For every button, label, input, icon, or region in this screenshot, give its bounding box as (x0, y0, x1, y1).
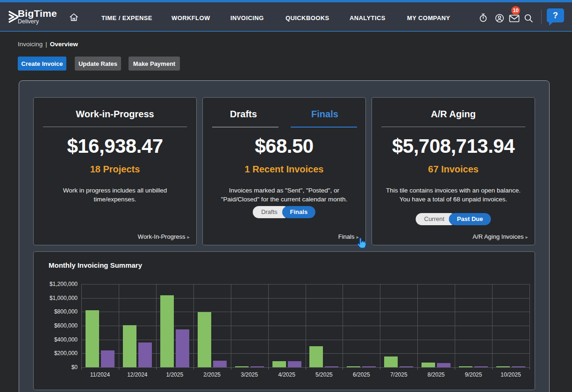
notification-badge: 10 (511, 6, 520, 15)
x-axis-label: 3/2025 (231, 371, 268, 378)
make-payment-button[interactable]: Make Payment (129, 57, 180, 71)
gridline (306, 284, 306, 367)
update-rates-button[interactable]: Update Rates (75, 57, 121, 71)
ar-aging-description: This tile contains invoices with an open… (380, 186, 526, 204)
bar-payments-purple-11/2024 (101, 350, 114, 367)
ar-aging-invoice-count: 67 Invoices (372, 164, 535, 175)
nav-item-quickbooks[interactable]: QUICKBOOKS (286, 14, 329, 21)
gridline (119, 284, 119, 367)
toggle-finals[interactable]: Finals (282, 206, 316, 218)
bar-invoiced-green-10/2025 (496, 366, 510, 367)
x-axis-tick (119, 367, 119, 370)
bar-invoiced-green-3/2025 (235, 366, 249, 367)
y-axis-label: $1,200,000 (36, 281, 78, 287)
nav-item-invoicing[interactable]: INVOICING (230, 14, 264, 21)
tab-drafts[interactable]: Drafts (203, 109, 284, 120)
x-axis-label: 1/2025 (156, 371, 193, 378)
x-axis-label: 12/2024 (119, 371, 156, 378)
drafts-finals-toggle: Drafts Finals (253, 206, 315, 218)
user-icon[interactable] (494, 13, 505, 25)
x-axis-label: 7/2025 (380, 371, 417, 378)
nav-divider (541, 10, 542, 24)
x-axis-tick (268, 367, 269, 370)
timer-icon[interactable] (478, 13, 488, 25)
nav-item-workflow[interactable]: WORKFLOW (172, 14, 210, 21)
bar-invoiced-green-9/2025 (459, 366, 472, 367)
x-axis-label: 9/2025 (455, 371, 492, 378)
chevron-right-icon: ▸ (525, 234, 528, 240)
gridline (492, 284, 493, 367)
gridline (455, 284, 455, 367)
current-pastdue-toggle: Current Past Due (416, 213, 491, 225)
y-axis-label: $0 (36, 364, 78, 371)
gridline (529, 284, 530, 367)
bar-payments-purple-6/2025 (362, 366, 376, 367)
wip-amount: $16,938.47 (34, 135, 196, 157)
x-axis-tick (417, 367, 418, 370)
finals-description: Invoices marked as "Sent", "Posted", or … (211, 186, 357, 204)
bar-payments-purple-5/2025 (325, 366, 338, 367)
x-axis-tick (306, 367, 306, 370)
help-button[interactable]: ? (547, 8, 564, 22)
tab-underline-finals (291, 127, 357, 128)
bar-payments-purple-8/2025 (437, 363, 450, 367)
breadcrumb-current: Overview (50, 41, 78, 48)
x-axis-tick (492, 367, 493, 370)
x-axis-tick (380, 367, 380, 370)
breadcrumb-section[interactable]: Invoicing (18, 41, 43, 48)
ar-aging-amount: $5,708,713.94 (372, 135, 535, 157)
gridline (417, 284, 418, 367)
wip-link[interactable]: Work-In-Progress▸ (138, 233, 190, 240)
x-axis-tick (231, 367, 231, 370)
x-axis-tick (343, 367, 343, 370)
bar-payments-purple-4/2025 (288, 361, 301, 367)
brand-subtitle: Delivery (18, 19, 57, 25)
brand-name: BigTime (18, 8, 57, 19)
search-icon[interactable] (523, 13, 534, 25)
x-axis-tick (81, 367, 82, 370)
bar-invoiced-green-7/2025 (384, 356, 398, 367)
gridline (81, 284, 82, 367)
ar-aging-link[interactable]: A/R Aging Invoices▸ (472, 233, 528, 240)
home-icon[interactable] (69, 12, 79, 24)
dashboard-panel: Work-in-Progress $16,938.47 18 Projects … (19, 80, 550, 392)
x-axis-tick (156, 367, 157, 370)
x-axis-label: 5/2025 (306, 371, 343, 378)
x-axis-label: 10/2025 (492, 371, 529, 378)
y-axis-label: $200,000 (36, 350, 78, 356)
finals-invoice-count: 1 Recent Invoices (203, 164, 365, 175)
x-axis-label: 2/2025 (193, 371, 231, 378)
breadcrumb-separator: | (45, 41, 47, 48)
bar-payments-purple-7/2025 (400, 366, 413, 367)
bar-payments-purple-2/2025 (213, 361, 227, 367)
brand-text: BigTime Delivery (18, 8, 57, 25)
x-axis-label: 11/2024 (81, 371, 119, 378)
chart-title: Monthly Invoicing Summary (49, 261, 142, 269)
mail-icon[interactable] (509, 14, 520, 25)
nav-item-my-company[interactable]: MY COMPANY (407, 14, 450, 21)
breadcrumb: Invoicing|Overview (18, 41, 78, 48)
nav-item-analytics[interactable]: ANALYTICS (350, 14, 386, 21)
y-axis-label: $800,000 (36, 308, 78, 315)
bar-payments-purple-12/2024 (138, 342, 152, 367)
tile-divider (381, 127, 525, 127)
gridline (268, 284, 269, 367)
toggle-past-due[interactable]: Past Due (449, 213, 491, 225)
bar-invoiced-green-2/2025 (198, 312, 211, 367)
nav-item-time-expense[interactable]: TIME / EXPENSE (101, 14, 152, 21)
tab-underline-drafts (212, 127, 279, 128)
finals-amount: $68.50 (203, 135, 365, 157)
tab-finals[interactable]: Finals (284, 109, 365, 120)
gridline (193, 284, 194, 367)
tile-drafts-finals: Drafts Finals $68.50 1 Recent Invoices I… (202, 97, 366, 245)
tile-title: A/R Aging (372, 109, 535, 120)
create-invoice-button[interactable]: Create Invoice (18, 57, 66, 71)
main-navbar: BigTime Delivery TIME / EXPENSE WORKFLOW… (0, 2, 572, 32)
bar-invoiced-green-1/2025 (160, 295, 174, 367)
bar-invoiced-green-6/2025 (347, 366, 360, 367)
bar-invoiced-green-5/2025 (309, 346, 323, 367)
tile-work-in-progress: Work-in-Progress $16,938.47 18 Projects … (33, 97, 197, 245)
wip-projects-count: 18 Projects (34, 164, 196, 175)
x-axis-label: 6/2025 (343, 371, 380, 378)
y-axis-label: $400,000 (36, 336, 78, 343)
